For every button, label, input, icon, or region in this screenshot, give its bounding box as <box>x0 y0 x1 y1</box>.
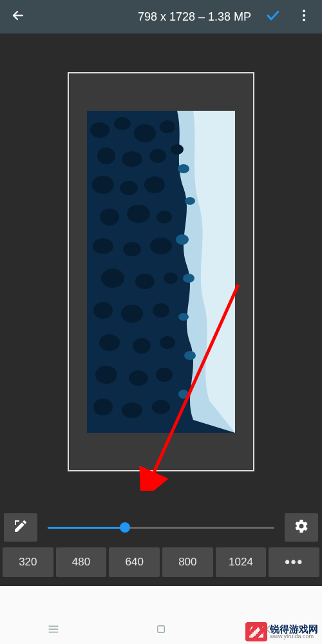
svg-point-5 <box>114 117 131 130</box>
image-dimensions-title: 798 x 1728 – 1.38 MP <box>36 10 255 24</box>
svg-point-12 <box>92 176 114 194</box>
app-bar: 798 x 1728 – 1.38 MP <box>0 0 322 33</box>
svg-point-15 <box>100 209 119 225</box>
svg-rect-47 <box>158 626 165 633</box>
arrow-left-icon <box>10 8 26 26</box>
slider-row <box>0 510 322 545</box>
nav-home-button[interactable] <box>152 621 170 639</box>
svg-point-41 <box>184 351 196 360</box>
svg-point-31 <box>129 370 148 386</box>
preset-more-button[interactable]: ••• <box>269 547 319 577</box>
svg-point-35 <box>152 400 170 414</box>
slider-track <box>48 527 274 529</box>
svg-point-4 <box>90 122 109 138</box>
svg-point-25 <box>121 305 143 323</box>
slider-thumb[interactable] <box>120 522 130 533</box>
preset-480-button[interactable]: 480 <box>56 547 107 577</box>
back-button[interactable] <box>5 4 31 30</box>
check-icon <box>265 8 281 26</box>
watermark: 锐得游戏网 www.ytruida.com <box>245 622 318 641</box>
watermark-name: 锐得游戏网 <box>270 624 318 634</box>
edit-button[interactable] <box>4 513 37 542</box>
svg-point-36 <box>178 164 189 173</box>
overflow-menu-button[interactable] <box>291 4 317 30</box>
svg-point-27 <box>99 334 120 351</box>
svg-point-33 <box>93 399 113 415</box>
watermark-logo-icon <box>245 622 267 641</box>
svg-point-7 <box>160 120 175 133</box>
svg-point-19 <box>123 242 141 256</box>
svg-point-22 <box>135 274 155 289</box>
resize-slider[interactable] <box>41 513 281 542</box>
svg-point-37 <box>185 197 195 205</box>
svg-point-42 <box>178 390 189 399</box>
svg-point-16 <box>127 205 150 223</box>
svg-point-10 <box>149 149 166 163</box>
svg-point-1 <box>303 14 305 17</box>
nav-recent-button[interactable] <box>44 621 62 639</box>
preset-640-button[interactable]: 640 <box>109 547 160 577</box>
svg-point-21 <box>101 269 124 288</box>
svg-point-29 <box>160 336 175 349</box>
svg-point-14 <box>144 176 165 193</box>
svg-point-0 <box>303 10 305 12</box>
svg-point-17 <box>156 211 172 223</box>
menu-lines-icon <box>46 622 61 639</box>
canvas-area <box>0 33 322 510</box>
square-icon <box>155 623 167 638</box>
svg-point-39 <box>183 274 194 283</box>
svg-point-40 <box>178 313 189 321</box>
svg-point-6 <box>134 124 156 142</box>
settings-button[interactable] <box>285 513 318 542</box>
preset-1024-button[interactable]: 1024 <box>216 547 267 577</box>
svg-point-20 <box>150 238 172 254</box>
svg-point-26 <box>153 303 169 317</box>
svg-point-23 <box>164 272 178 284</box>
image-preview <box>87 111 235 433</box>
confirm-button[interactable] <box>260 4 286 30</box>
svg-point-8 <box>97 147 115 164</box>
svg-point-34 <box>122 402 142 418</box>
svg-point-2 <box>303 19 305 21</box>
svg-point-18 <box>93 238 113 254</box>
more-vert-icon <box>296 8 312 26</box>
crop-frame[interactable] <box>68 72 254 471</box>
preset-320-button[interactable]: 320 <box>3 547 53 577</box>
slider-fill <box>48 527 125 529</box>
preset-800-button[interactable]: 800 <box>162 547 213 577</box>
svg-point-30 <box>95 366 117 384</box>
svg-point-11 <box>171 144 184 155</box>
svg-point-24 <box>93 302 113 319</box>
svg-point-38 <box>176 234 189 245</box>
svg-point-32 <box>156 368 173 382</box>
svg-point-28 <box>133 338 151 354</box>
svg-point-13 <box>120 181 138 195</box>
svg-point-9 <box>122 151 142 167</box>
watermark-url: www.ytruida.com <box>270 634 318 639</box>
pencil-box-icon <box>13 518 28 536</box>
preset-row: 320 480 640 800 1024 ••• <box>0 545 322 586</box>
gear-icon <box>294 518 309 536</box>
